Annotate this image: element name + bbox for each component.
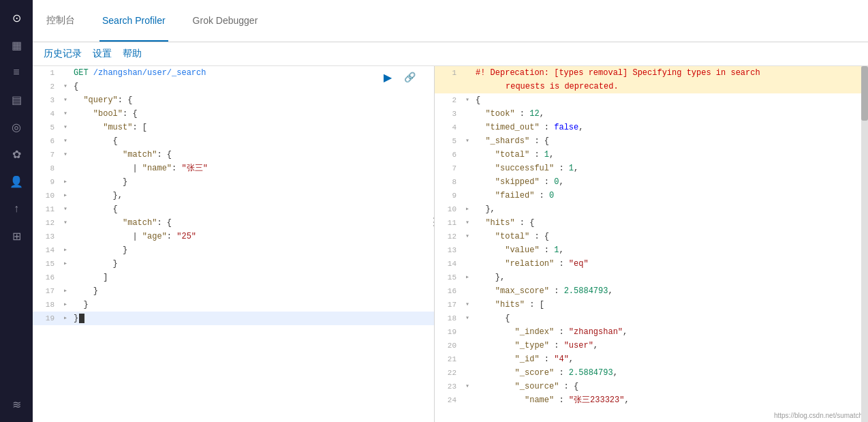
code-line-6: 6 ▾ { [33, 134, 434, 148]
tab-console[interactable]: 控制台 [44, 0, 78, 42]
signal-icon[interactable]: ≋ [4, 392, 29, 417]
globe-icon[interactable]: ◎ [4, 115, 29, 139]
code-line-2: 2 ▾ { [33, 80, 434, 93]
code-editor[interactable]: 1 GET /zhangshan/user/_search 2 ▾ { 3 ▾ … [33, 66, 434, 422]
response-line-1: 1 #! Deprecation: [types removal] Specif… [435, 66, 868, 80]
toolbar: 历史记录 设置 帮助 [33, 42, 868, 66]
options-button[interactable]: 🔗 [401, 69, 418, 85]
history-button[interactable]: 历史记录 [44, 48, 82, 60]
top-navigation: 控制台 Search Profiler Grok Debugger [33, 0, 868, 42]
response-line-17: 17 ▾ "hits" : [ [435, 298, 868, 312]
response-line-5: 5 ▾ "_shards" : { [435, 134, 868, 148]
left-editor-panel: ▶ 🔗 1 GET /zhangshan/user/_search 2 ▾ { [33, 66, 435, 422]
response-line-22: 22 "_score" : 2.5884793, [435, 366, 868, 380]
response-line-2: 2 ▾ { [435, 93, 868, 107]
response-line-7: 7 "successful" : 1, [435, 162, 868, 175]
scrollbar-track[interactable] [861, 66, 868, 422]
settings-button[interactable]: 设置 [93, 48, 112, 60]
code-line-8: 8 | "name": "张三" [33, 162, 434, 175]
code-line-9: 9 ▸ } [33, 175, 434, 189]
code-line-1: 1 GET /zhangshan/user/_search [33, 66, 434, 80]
code-line-19: 19 ▸ } [33, 312, 434, 325]
right-response-panel: 1 #! Deprecation: [types removal] Specif… [435, 66, 868, 422]
code-line-5: 5 ▾ "must": [ [33, 121, 434, 134]
response-line-16: 16 "max_score" : 2.5884793, [435, 284, 868, 298]
main-content: 控制台 Search Profiler Grok Debugger 历史记录 设… [33, 0, 868, 422]
code-line-4: 4 ▾ "bool": { [33, 107, 434, 121]
activity-icon[interactable]: ↑ [4, 196, 29, 221]
response-line-18: 18 ▾ { [435, 312, 868, 325]
scrollbar-thumb[interactable] [861, 66, 868, 121]
response-line-11: 11 ▾ "hits" : { [435, 216, 868, 230]
response-line-19: 19 "_index" : "zhangshan", [435, 325, 868, 339]
code-line-7: 7 ▾ "match": { [33, 148, 434, 162]
response-line-14: 14 "relation" : "eq" [435, 257, 868, 271]
code-line-14: 14 ▸ } [33, 243, 434, 257]
response-line-4: 4 "timed_out" : false, [435, 121, 868, 134]
code-line-3: 3 ▾ "query": { [33, 93, 434, 107]
response-line-6: 6 "total" : 1, [435, 148, 868, 162]
watermark: https://blog.csdn.net/sumatch [774, 412, 863, 419]
run-button[interactable]: ▶ [379, 69, 396, 85]
stack-icon[interactable]: ⊞ [4, 224, 29, 248]
tab-grok-debugger[interactable]: Grok Debugger [190, 0, 261, 42]
response-line-12: 12 ▾ "total" : { [435, 230, 868, 243]
help-button[interactable]: 帮助 [123, 48, 142, 60]
response-line-1b: requests is deprecated. [435, 80, 868, 93]
response-line-21: 21 "_id" : "4", [435, 352, 868, 366]
response-line-9: 9 "failed" : 0 [435, 189, 868, 202]
response-line-15: 15 ▸ }, [435, 271, 868, 284]
code-line-10: 10 ▸ }, [33, 189, 434, 202]
response-line-23: 23 ▾ "_source" : { [435, 380, 868, 393]
code-line-15: 15 ▸ } [33, 257, 434, 271]
code-line-13: 13 | "age": "25" [33, 230, 434, 243]
editor-actions: ▶ 🔗 [379, 69, 418, 85]
response-line-20: 20 "_type" : "user", [435, 339, 868, 352]
tab-search-profiler[interactable]: Search Profiler [99, 0, 168, 42]
code-line-18: 18 ▸ } [33, 298, 434, 312]
cluster-icon[interactable]: ✿ [4, 142, 29, 166]
chart-icon[interactable]: ▤ [4, 87, 29, 112]
dashboard-icon[interactable]: ▦ [4, 33, 29, 57]
editor-area: ▶ 🔗 1 GET /zhangshan/user/_search 2 ▾ { [33, 66, 868, 422]
code-line-16: 16 ] [33, 271, 434, 284]
list-icon[interactable]: ≡ [4, 60, 29, 85]
code-line-11: 11 ▾ { [33, 202, 434, 216]
code-line-17: 17 ▸ } [33, 284, 434, 298]
response-line-3: 3 "took" : 12, [435, 107, 868, 121]
home-icon[interactable]: ⊙ [4, 5, 29, 30]
response-line-8: 8 "skipped" : 0, [435, 175, 868, 189]
user-icon[interactable]: 👤 [4, 169, 29, 194]
response-line-13: 13 "value" : 1, [435, 243, 868, 257]
code-line-12: 12 ▾ "match": { [33, 216, 434, 230]
response-area[interactable]: 1 #! Deprecation: [types removal] Specif… [435, 66, 868, 422]
response-line-24: 24 "name" : "张三233323", [435, 393, 868, 407]
sidebar: ⊙ ▦ ≡ ▤ ◎ ✿ 👤 ↑ ⊞ ≋ [0, 0, 33, 422]
response-line-10: 10 ▸ }, [435, 202, 868, 216]
